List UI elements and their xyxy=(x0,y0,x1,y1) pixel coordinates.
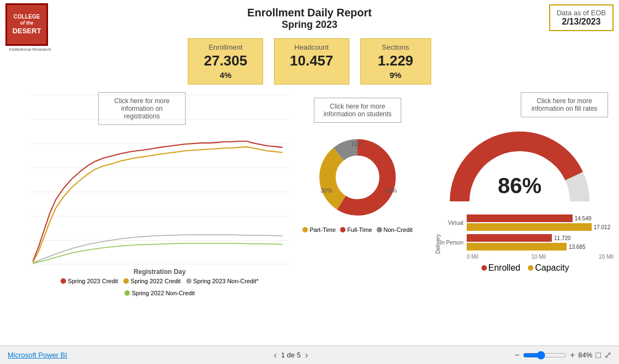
bar-virtual-enrolled: 14.549 xyxy=(467,214,614,222)
metric-enrollment-pct: 4% xyxy=(204,70,247,80)
legend-parttime: Part-Time xyxy=(302,226,336,233)
line-chart-area: 30000 25000 20000 15000 10000 5000 0 10 … xyxy=(30,92,289,267)
legend-spring2022-noncredit: Spring 2022 Non-Credit xyxy=(124,290,195,296)
legend-label-noncredit: Non-Credit xyxy=(384,226,413,233)
page-subtitle: Spring 2023 xyxy=(0,19,619,31)
bar-inperson-enrolled: 11.720 xyxy=(467,234,614,242)
prev-page-button[interactable]: ‹ xyxy=(273,350,276,360)
svg-text:11%: 11% xyxy=(351,140,363,147)
fill-rates-info-box[interactable]: Click here for more information on fill … xyxy=(521,92,608,117)
zoom-out-button[interactable]: − xyxy=(515,350,520,360)
data-badge: Data as of EOB 2/13/2023 xyxy=(549,4,614,31)
logo-the-text: of the xyxy=(20,20,34,27)
page-navigation: ‹ 1 de 5 › xyxy=(273,350,308,360)
bar-inperson-enrolled-val: 11.720 xyxy=(554,235,571,241)
metric-sections-pct: 9% xyxy=(376,70,415,80)
bottom-bar: Microsoft Power BI ‹ 1 de 5 › − + 84% □ … xyxy=(0,345,619,364)
legend-label-enrolled: Enrolled xyxy=(489,263,521,273)
legend-dot-green xyxy=(124,290,130,296)
bar-group-inperson: In Person 11.720 13.685 xyxy=(437,234,614,250)
metric-enrollment-value: 27.305 xyxy=(204,52,247,69)
gauge-chart: 86% xyxy=(449,125,591,212)
fit-page-button[interactable]: □ xyxy=(596,350,601,360)
metric-headcount-label: Headcount xyxy=(290,43,334,51)
zoom-controls: − + 84% □ ⤢ xyxy=(515,350,611,360)
logo-box: COLLEGE of the DESERT xyxy=(5,3,48,46)
svg-point-26 xyxy=(337,157,378,198)
bar-virtual-enrolled-fill xyxy=(467,214,573,222)
students-info-box[interactable]: Click here for more information on stude… xyxy=(314,98,401,123)
legend-dot-yellow xyxy=(123,278,129,284)
legend-label-fulltime: Full-Time xyxy=(347,226,372,233)
bar-inperson-capacity-val: 13.685 xyxy=(569,244,586,250)
page-indicator: 1 de 5 xyxy=(281,351,301,359)
line-chart-svg: 30000 25000 20000 15000 10000 5000 0 10 … xyxy=(30,92,289,267)
data-badge-date: 2/13/2023 xyxy=(557,17,606,27)
logo-desert-text: DESERT xyxy=(13,27,41,36)
legend-spring2023-credit: Spring 2023 Credit xyxy=(61,278,118,284)
donut-legend: Part-Time Full-Time Non-Credit xyxy=(302,226,413,233)
legend-label-spring2023-credit: Spring 2023 Credit xyxy=(68,278,118,284)
next-page-button[interactable]: › xyxy=(305,350,308,360)
bar-virtual-capacity-val: 17.012 xyxy=(594,224,611,230)
legend-dot-noncredit xyxy=(377,227,382,232)
bar-stack-inperson: 11.720 13.685 xyxy=(467,234,614,250)
x-label-20: 20 Mil xyxy=(599,254,614,260)
legend-label-spring2023-noncredit: Spring 2023 Non-Credit* xyxy=(193,278,259,284)
bar-inperson-capacity-fill xyxy=(467,243,567,250)
metric-enrollment-label: Enrollment xyxy=(204,43,247,51)
fill-rate-container: Click here for more information on fill … xyxy=(420,87,619,321)
bar-inperson-capacity: 13.685 xyxy=(467,243,614,250)
bars-x-labels: 0 Mil 10 Mil 20 Mil xyxy=(437,254,614,260)
legend-spring2023-noncredit: Spring 2023 Non-Credit* xyxy=(186,278,259,284)
legend-fulltime: Full-Time xyxy=(340,226,372,233)
bar-label-inperson: In Person xyxy=(437,240,467,246)
x-axis-label: Registration Day xyxy=(30,268,289,276)
gauge-svg: 86% xyxy=(449,125,591,207)
bar-virtual-capacity: 17.012 xyxy=(467,223,614,231)
delivery-axis-label: Delivery xyxy=(435,234,441,253)
legend-dot-capacity xyxy=(528,265,533,271)
legend-label-capacity: Capacity xyxy=(535,263,569,273)
legend-noncredit: Non-Credit xyxy=(377,226,413,233)
metrics-row: Enrollment 27.305 4% Headcount 10.457 Se… xyxy=(0,38,619,85)
line-chart-container: Click here for more information on regis… xyxy=(0,87,295,321)
bars-legend-capacity: Capacity xyxy=(528,263,569,273)
x-label-0: 0 Mil xyxy=(467,254,478,260)
powerbi-link[interactable]: Microsoft Power BI xyxy=(8,351,67,359)
donut-chart: 59% 30% 11% xyxy=(314,134,401,221)
legend-label-spring2022-noncredit: Spring 2022 Non-Credit xyxy=(132,290,195,296)
legend-dot-parttime xyxy=(302,227,308,232)
donut-chart-container: Click here for more information on stude… xyxy=(295,87,420,321)
college-logo: COLLEGE of the DESERT Institutional Rese… xyxy=(5,3,55,51)
metric-enrollment: Enrollment 27.305 4% xyxy=(188,38,263,85)
svg-text:30%: 30% xyxy=(320,187,332,194)
legend-label-parttime: Part-Time xyxy=(310,226,336,233)
bar-group-virtual: Virtual 14.549 17.012 xyxy=(437,214,614,231)
legend-dot-enrolled xyxy=(481,265,487,271)
legend-spring2022-credit: Spring 2022 Credit xyxy=(123,278,181,284)
metric-sections: Sections 1.229 9% xyxy=(360,38,431,85)
data-badge-label: Data as of EOB xyxy=(557,9,606,17)
main-content: Click here for more information on regis… xyxy=(0,87,619,321)
expand-button[interactable]: ⤢ xyxy=(604,350,611,360)
svg-text:59%: 59% xyxy=(385,187,397,194)
line-chart-legend: Spring 2023 Credit Spring 2022 Credit Sp… xyxy=(30,278,289,296)
metric-headcount-value: 10.457 xyxy=(290,52,334,69)
legend-label-spring2022-credit: Spring 2022 Credit xyxy=(130,278,181,284)
legend-dot-red xyxy=(61,278,66,284)
bar-label-virtual: Virtual xyxy=(437,220,467,226)
svg-text:86%: 86% xyxy=(498,174,541,198)
metric-sections-value: 1.229 xyxy=(376,52,415,69)
bar-inperson-enrolled-fill xyxy=(467,234,552,242)
bars-legend: Enrolled Capacity xyxy=(437,263,614,273)
bar-virtual-capacity-fill xyxy=(467,223,592,231)
page-header: Enrollment Daily Report Spring 2023 xyxy=(0,0,619,34)
legend-dot-gray xyxy=(186,278,192,284)
page-title: Enrollment Daily Report xyxy=(0,7,619,19)
zoom-level: 84% xyxy=(578,351,592,359)
bars-legend-enrolled: Enrolled xyxy=(481,263,521,273)
zoom-slider[interactable] xyxy=(523,351,567,360)
bars-section: Delivery Virtual 14.549 17.012 In Per xyxy=(426,214,614,273)
zoom-in-button[interactable]: + xyxy=(570,350,575,360)
